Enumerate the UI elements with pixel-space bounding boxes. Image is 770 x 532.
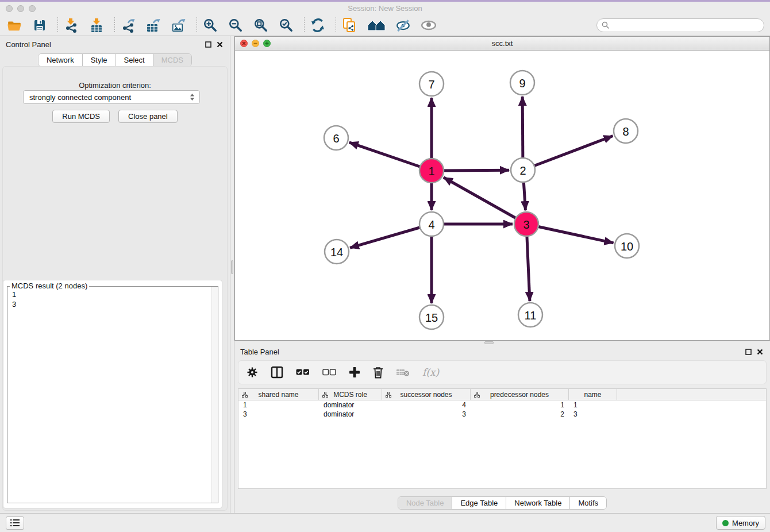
column-header-mcds-role[interactable]: MCDS role	[319, 389, 382, 400]
copy-share-button[interactable]	[341, 17, 358, 34]
combo-stepper-icon	[190, 93, 195, 101]
task-history-button[interactable]	[6, 516, 24, 530]
tab-network-table[interactable]: Network Table	[506, 497, 570, 509]
tab-network[interactable]: Network	[38, 54, 83, 66]
column-label: predecessor nodes	[490, 391, 549, 399]
show-all-button[interactable]	[420, 17, 437, 34]
settings-gear-icon[interactable]	[247, 367, 258, 378]
float-panel-icon[interactable]	[205, 41, 211, 48]
splitter-handle[interactable]	[484, 341, 494, 344]
cell-mcds-role: dominator	[319, 410, 382, 419]
network-window-title: scc.txt	[235, 39, 769, 48]
horizontal-splitter[interactable]	[234, 341, 770, 345]
delete-column-icon[interactable]	[373, 367, 383, 379]
result-scrollbar[interactable]	[211, 287, 218, 503]
table-header-row: shared name MCDS role	[238, 389, 766, 400]
export-table-button[interactable]	[145, 17, 162, 34]
mcds-result-title: MCDS result (2 nodes)	[10, 282, 89, 290]
export-image-button[interactable]	[170, 17, 187, 34]
function-builder-button[interactable]: f(x)	[422, 367, 439, 378]
tab-motifs[interactable]: Motifs	[570, 497, 606, 509]
float-panel-icon[interactable]	[745, 349, 752, 355]
toolbar-separator	[304, 17, 305, 33]
close-panel-icon[interactable]	[757, 349, 763, 355]
optimization-criterion-value: strongly connected component	[29, 93, 131, 102]
graph-edge-1-6[interactable]	[349, 142, 432, 171]
table-panel-header-icons	[745, 349, 763, 355]
table-row[interactable]: 1 dominator 4 1 1	[238, 400, 766, 410]
run-mcds-button[interactable]: Run MCDS	[52, 110, 110, 123]
show-columns-icon[interactable]	[271, 366, 283, 379]
column-header-successor-nodes[interactable]: successor nodes	[382, 389, 471, 400]
toolbar-separator	[114, 17, 115, 33]
refresh-icon	[310, 18, 325, 33]
export-network-button[interactable]	[120, 17, 137, 34]
zoom-selected-button[interactable]	[278, 17, 295, 34]
graph-edge-3-10[interactable]	[526, 224, 614, 243]
optimization-criterion-select[interactable]: strongly connected component	[23, 90, 200, 104]
memory-label: Memory	[732, 519, 759, 527]
first-neighbors-button[interactable]	[366, 17, 387, 34]
mcds-result-fieldset: MCDS result (2 nodes) 1 3	[7, 286, 218, 503]
close-panel-icon[interactable]	[217, 41, 223, 48]
mcds-buttons-row: Run MCDS Close panel	[0, 110, 230, 123]
memory-button[interactable]: Memory	[716, 516, 765, 530]
column-header-name[interactable]: name	[569, 389, 617, 400]
cell-successor-nodes: 4	[382, 400, 471, 410]
node-table: shared name MCDS role	[238, 388, 767, 489]
graph-node-label-14: 14	[330, 246, 343, 259]
graph-edge-3-1[interactable]	[444, 178, 526, 224]
save-session-button[interactable]	[31, 17, 48, 34]
import-network-button[interactable]	[63, 17, 80, 34]
search-input[interactable]	[596, 18, 764, 32]
refresh-layout-button[interactable]	[309, 17, 326, 34]
tab-node-table[interactable]: Node Table	[398, 497, 453, 509]
table-row[interactable]: 3 dominator 3 2 3	[238, 410, 766, 419]
import-table-button[interactable]	[88, 17, 105, 34]
graph-node-label-8: 8	[622, 125, 629, 138]
zoom-selected-icon	[279, 18, 294, 33]
zoom-out-button[interactable]	[227, 17, 244, 34]
export-table-icon	[145, 18, 161, 33]
tab-mcds[interactable]: MCDS	[153, 54, 191, 66]
tab-style[interactable]: Style	[83, 54, 116, 66]
delete-table-icon[interactable]	[396, 368, 410, 377]
network-graph[interactable]: 7968124314101511	[235, 51, 769, 340]
control-panel: Control Panel Network Style Select	[0, 36, 230, 513]
export-image-icon	[171, 18, 187, 33]
tab-select[interactable]: Select	[116, 54, 153, 66]
vertical-splitter[interactable]	[230, 36, 234, 513]
control-panel-title: Control Panel	[6, 40, 51, 49]
mcds-result-item[interactable]: 3	[12, 299, 213, 309]
application-window: Session: New Session	[0, 0, 770, 532]
select-all-icon[interactable]	[296, 369, 310, 376]
mcds-result-list: 1 3	[7, 287, 218, 312]
graph-node-label-4: 4	[428, 218, 434, 231]
eye-icon	[421, 18, 437, 33]
column-header-shared-name[interactable]: shared name	[238, 389, 319, 400]
splitter-handle[interactable]	[231, 260, 233, 274]
column-label: shared name	[258, 391, 298, 399]
network-canvas[interactable]: 7968124314101511	[235, 51, 769, 340]
add-column-icon[interactable]	[349, 367, 360, 378]
table-panel: Table Panel	[234, 345, 770, 513]
hide-selected-button[interactable]	[395, 17, 412, 34]
main-toolbar	[0, 15, 770, 36]
zoom-fit-icon	[253, 18, 268, 33]
table-toolbar: f(x)	[238, 360, 767, 384]
zoom-fit-button[interactable]	[252, 17, 270, 34]
close-panel-button[interactable]: Close panel	[118, 110, 178, 123]
toolbar-separator	[57, 17, 58, 33]
column-header-predecessor-nodes[interactable]: predecessor nodes	[471, 389, 569, 400]
cell-shared-name: 1	[238, 400, 319, 410]
tab-edge-table[interactable]: Edge Table	[452, 497, 506, 509]
graph-node-label-11: 11	[525, 309, 537, 322]
zoom-in-icon	[203, 18, 218, 33]
open-session-button[interactable]	[6, 17, 23, 34]
deselect-all-icon[interactable]	[322, 369, 336, 376]
mcds-result-item[interactable]: 1	[12, 290, 213, 299]
zoom-in-button[interactable]	[202, 17, 219, 34]
table-tabs: Node Table Edge Table Network Table Moti…	[234, 496, 770, 510]
graph-edge-2-8[interactable]	[523, 136, 613, 170]
table-panel-header: Table Panel	[234, 345, 770, 358]
